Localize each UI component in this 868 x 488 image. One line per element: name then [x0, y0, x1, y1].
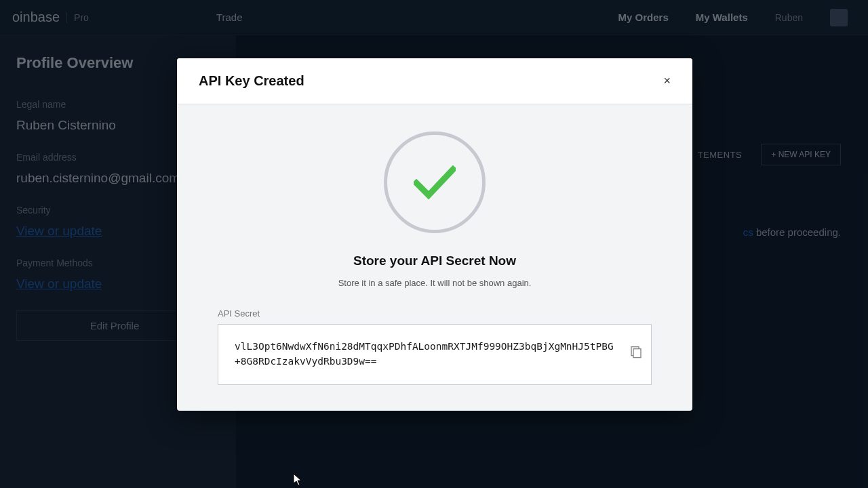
- close-icon[interactable]: ×: [663, 74, 671, 88]
- svg-rect-1: [633, 348, 641, 357]
- modal-title: API Key Created: [199, 73, 304, 89]
- checkmark-icon: [414, 165, 456, 199]
- api-secret-box: vlL3Opt6NwdwXfN6ni28dMTqqxPDhfALoonmRXTJ…: [218, 324, 652, 385]
- store-subtitle: Store it in a safe place. It will not be…: [218, 278, 652, 288]
- api-secret-label: API Secret: [218, 308, 652, 319]
- store-title: Store your API Secret Now: [218, 253, 652, 268]
- copy-icon[interactable]: [629, 346, 642, 363]
- api-key-created-modal: API Key Created × Store your API Secret …: [177, 58, 692, 411]
- success-check-icon: [384, 131, 486, 233]
- api-secret-value[interactable]: vlL3Opt6NwdwXfN6ni28dMTqqxPDhfALoonmRXTJ…: [235, 341, 614, 367]
